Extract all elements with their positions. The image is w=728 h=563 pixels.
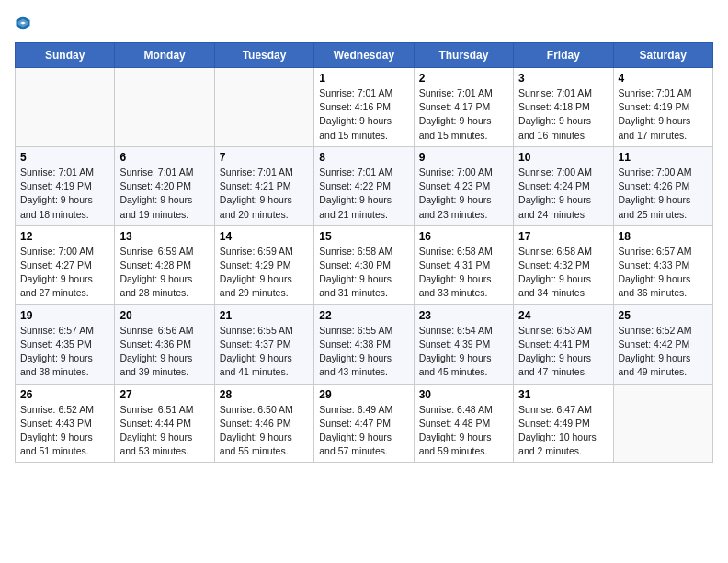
weekday-header-tuesday: Tuesday [214,43,313,68]
day-number: 13 [119,230,209,243]
weekday-header-thursday: Thursday [414,43,513,68]
day-detail: Sunrise: 6:49 AM Sunset: 4:47 PM Dayligh… [319,403,408,459]
day-number: 26 [20,388,109,401]
weekday-header-wednesday: Wednesday [314,43,414,68]
day-detail: Sunrise: 6:55 AM Sunset: 4:37 PM Dayligh… [220,324,309,380]
page-header [15,15,713,31]
calendar-cell: 23Sunrise: 6:54 AM Sunset: 4:39 PM Dayli… [414,304,513,384]
calendar-cell: 20Sunrise: 6:56 AM Sunset: 4:36 PM Dayli… [115,304,214,384]
day-detail: Sunrise: 7:00 AM Sunset: 4:27 PM Dayligh… [20,245,109,301]
day-detail: Sunrise: 6:58 AM Sunset: 4:30 PM Dayligh… [319,245,408,301]
calendar-cell [613,384,712,463]
day-detail: Sunrise: 7:01 AM Sunset: 4:22 PM Dayligh… [319,166,408,222]
calendar-cell: 18Sunrise: 6:57 AM Sunset: 4:33 PM Dayli… [613,225,712,304]
calendar-cell: 28Sunrise: 6:50 AM Sunset: 4:46 PM Dayli… [214,384,313,463]
calendar-cell: 29Sunrise: 6:49 AM Sunset: 4:47 PM Dayli… [314,384,414,463]
day-number: 18 [619,230,708,243]
calendar-cell: 17Sunrise: 6:58 AM Sunset: 4:32 PM Dayli… [514,225,613,304]
calendar-cell: 5Sunrise: 7:01 AM Sunset: 4:19 PM Daylig… [16,146,115,225]
calendar-cell: 13Sunrise: 6:59 AM Sunset: 4:28 PM Dayli… [115,225,214,304]
day-number: 27 [119,388,209,401]
day-number: 8 [319,151,408,164]
day-detail: Sunrise: 6:52 AM Sunset: 4:42 PM Dayligh… [619,324,708,380]
day-number: 30 [419,388,508,401]
day-number: 15 [319,230,408,243]
calendar-cell: 15Sunrise: 6:58 AM Sunset: 4:30 PM Dayli… [314,225,414,304]
day-detail: Sunrise: 6:50 AM Sunset: 4:46 PM Dayligh… [220,403,309,459]
day-detail: Sunrise: 6:57 AM Sunset: 4:35 PM Dayligh… [20,324,109,380]
day-number: 10 [518,151,608,164]
day-detail: Sunrise: 6:51 AM Sunset: 4:44 PM Dayligh… [119,403,209,459]
day-detail: Sunrise: 7:01 AM Sunset: 4:19 PM Dayligh… [20,166,109,222]
generalblue-logo-icon [15,15,31,31]
day-number: 16 [419,230,508,243]
calendar-cell: 9Sunrise: 7:00 AM Sunset: 4:23 PM Daylig… [414,146,513,225]
day-number: 14 [220,230,309,243]
calendar-cell: 6Sunrise: 7:01 AM Sunset: 4:20 PM Daylig… [115,146,214,225]
calendar-cell: 1Sunrise: 7:01 AM Sunset: 4:16 PM Daylig… [314,68,414,147]
calendar-cell: 12Sunrise: 7:00 AM Sunset: 4:27 PM Dayli… [16,225,115,304]
calendar-cell: 25Sunrise: 6:52 AM Sunset: 4:42 PM Dayli… [613,304,712,384]
calendar-cell: 22Sunrise: 6:55 AM Sunset: 4:38 PM Dayli… [314,304,414,384]
calendar-cell: 8Sunrise: 7:01 AM Sunset: 4:22 PM Daylig… [314,146,414,225]
day-number: 31 [518,388,608,401]
calendar-cell: 21Sunrise: 6:55 AM Sunset: 4:37 PM Dayli… [214,304,313,384]
day-number: 2 [419,72,508,85]
day-number: 1 [319,72,408,85]
day-detail: Sunrise: 7:01 AM Sunset: 4:20 PM Dayligh… [119,166,209,222]
day-number: 6 [119,151,209,164]
logo [15,15,35,31]
day-number: 25 [619,309,708,322]
weekday-header-saturday: Saturday [613,43,712,68]
day-detail: Sunrise: 7:00 AM Sunset: 4:23 PM Dayligh… [419,166,508,222]
day-number: 22 [319,309,408,322]
day-number: 3 [518,72,608,85]
day-number: 11 [619,151,708,164]
day-number: 28 [220,388,309,401]
day-detail: Sunrise: 7:01 AM Sunset: 4:17 PM Dayligh… [419,86,508,143]
day-detail: Sunrise: 6:58 AM Sunset: 4:32 PM Dayligh… [518,245,608,301]
day-detail: Sunrise: 6:53 AM Sunset: 4:41 PM Dayligh… [518,324,608,380]
calendar-cell: 27Sunrise: 6:51 AM Sunset: 4:44 PM Dayli… [115,384,214,463]
weekday-header-friday: Friday [514,43,613,68]
day-detail: Sunrise: 6:58 AM Sunset: 4:31 PM Dayligh… [419,245,508,301]
day-number: 24 [518,309,608,322]
calendar-cell: 26Sunrise: 6:52 AM Sunset: 4:43 PM Dayli… [16,384,115,463]
day-detail: Sunrise: 6:52 AM Sunset: 4:43 PM Dayligh… [20,403,109,459]
day-number: 23 [419,309,508,322]
calendar-cell: 31Sunrise: 6:47 AM Sunset: 4:49 PM Dayli… [514,384,613,463]
day-detail: Sunrise: 6:55 AM Sunset: 4:38 PM Dayligh… [319,324,408,380]
calendar-cell: 11Sunrise: 7:00 AM Sunset: 4:26 PM Dayli… [613,146,712,225]
day-number: 19 [20,309,109,322]
calendar-cell: 2Sunrise: 7:01 AM Sunset: 4:17 PM Daylig… [414,68,513,147]
day-detail: Sunrise: 7:00 AM Sunset: 4:26 PM Dayligh… [619,166,708,222]
day-detail: Sunrise: 6:47 AM Sunset: 4:49 PM Dayligh… [518,403,608,459]
calendar-cell: 16Sunrise: 6:58 AM Sunset: 4:31 PM Dayli… [414,225,513,304]
weekday-header-sunday: Sunday [16,43,115,68]
day-number: 5 [20,151,109,164]
day-number: 9 [419,151,508,164]
day-detail: Sunrise: 7:01 AM Sunset: 4:19 PM Dayligh… [619,86,708,143]
day-detail: Sunrise: 7:01 AM Sunset: 4:21 PM Dayligh… [220,166,309,222]
calendar-cell: 14Sunrise: 6:59 AM Sunset: 4:29 PM Dayli… [214,225,313,304]
calendar-cell: 19Sunrise: 6:57 AM Sunset: 4:35 PM Dayli… [16,304,115,384]
day-detail: Sunrise: 6:57 AM Sunset: 4:33 PM Dayligh… [619,245,708,301]
day-number: 29 [319,388,408,401]
day-detail: Sunrise: 7:01 AM Sunset: 4:18 PM Dayligh… [518,86,608,143]
day-detail: Sunrise: 6:56 AM Sunset: 4:36 PM Dayligh… [119,324,209,380]
day-detail: Sunrise: 6:59 AM Sunset: 4:28 PM Dayligh… [119,245,209,301]
calendar-cell: 30Sunrise: 6:48 AM Sunset: 4:48 PM Dayli… [414,384,513,463]
calendar-cell: 4Sunrise: 7:01 AM Sunset: 4:19 PM Daylig… [613,68,712,147]
day-number: 4 [619,72,708,85]
day-detail: Sunrise: 7:01 AM Sunset: 4:16 PM Dayligh… [319,86,408,143]
calendar-cell: 24Sunrise: 6:53 AM Sunset: 4:41 PM Dayli… [514,304,613,384]
calendar-cell [16,68,115,147]
calendar-cell: 7Sunrise: 7:01 AM Sunset: 4:21 PM Daylig… [214,146,313,225]
day-number: 7 [220,151,309,164]
day-number: 20 [119,309,209,322]
day-detail: Sunrise: 7:00 AM Sunset: 4:24 PM Dayligh… [518,166,608,222]
day-detail: Sunrise: 6:59 AM Sunset: 4:29 PM Dayligh… [220,245,309,301]
calendar-table: SundayMondayTuesdayWednesdayThursdayFrid… [15,42,713,463]
weekday-header-monday: Monday [115,43,214,68]
day-number: 21 [220,309,309,322]
